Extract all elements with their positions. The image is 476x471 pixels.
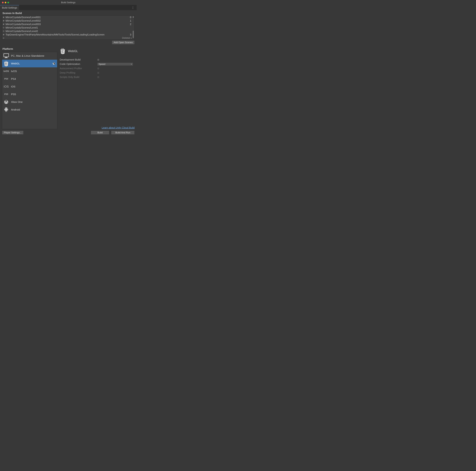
platform-item-standalone[interactable]: PC, Mac & Linux Standalone	[2, 52, 57, 60]
chevron-down-icon	[131, 36, 132, 39]
platform-settings-panel: HTML WebGL Development Build Code Optimi…	[60, 47, 135, 129]
svg-point-8	[5, 108, 6, 108]
setting-label: Deep Profiling	[60, 71, 97, 74]
scene-row[interactable]	[2, 36, 132, 39]
svg-rect-10	[5, 109, 7, 111]
code-optimization-dropdown[interactable]: Speed ▾	[97, 63, 133, 66]
kebab-menu-icon	[132, 6, 134, 9]
html5-icon: HTML	[3, 61, 9, 66]
scenes-in-build-list[interactable]: MirrorCrystals/Scenes/Level001 0 MirrorC…	[2, 15, 135, 40]
development-build-checkbox[interactable]	[97, 59, 100, 61]
platform-column: Platform PC, Mac & Linux Standalone HTML…	[2, 47, 57, 129]
scene-row[interactable]: MirrorCrystals/Scenes/Level001 0	[2, 16, 132, 19]
scenes-scrollbar[interactable]: ▴	[132, 16, 134, 37]
scene-enabled-checkbox[interactable]	[3, 34, 5, 36]
deleted-scene-entry[interactable]: Deleted	[122, 36, 132, 39]
dropdown-value: Speed	[99, 63, 105, 66]
setting-label: Scripts Only Build	[60, 76, 97, 78]
scene-row[interactable]: MirrorCrystals/Scenes/Level1	[2, 26, 132, 29]
platform-label: tvOS	[11, 70, 17, 73]
build-settings-window: Build Settings Build Settings Scenes In …	[0, 0, 136, 136]
scene-enabled-checkbox[interactable]	[3, 27, 5, 29]
deep-profiling-checkbox	[97, 72, 100, 74]
setting-row-development-build: Development Build	[60, 57, 135, 62]
platform-item-ps5[interactable]: PS5 PS5	[2, 91, 57, 98]
svg-text:HTML: HTML	[5, 61, 8, 62]
add-scenes-row: Add Open Scenes	[2, 40, 135, 44]
ps4-text-icon: PS4	[3, 76, 9, 82]
svg-text:HTML: HTML	[61, 48, 64, 49]
build-and-run-button[interactable]: Build And Run	[111, 131, 135, 135]
scene-path: MirrorCrystals/Scenes/Level2	[6, 30, 128, 33]
build-button[interactable]: Build	[91, 131, 109, 135]
scene-row[interactable]: TopDownEngine/ThirdParty/MoreMountains/M…	[2, 33, 132, 36]
svg-rect-2	[5, 57, 8, 58]
tab-context-menu-button[interactable]	[132, 5, 136, 10]
autoconnect-profiler-checkbox	[97, 67, 100, 70]
platform-label: PS4	[11, 77, 16, 80]
ps5-text-icon: PS5	[3, 91, 9, 97]
window-titlebar: Build Settings	[0, 0, 136, 5]
platform-item-ios[interactable]: iOS iOS	[2, 83, 57, 91]
scene-index: 0	[128, 16, 132, 19]
player-settings-button[interactable]: Player Settings...	[2, 131, 24, 135]
svg-rect-11	[4, 109, 5, 110]
tab-build-settings[interactable]: Build Settings	[0, 5, 19, 10]
scene-row[interactable]: MirrorCrystals/Scenes/Level002 1	[2, 19, 132, 22]
scene-path: MirrorCrystals/Scenes/Level1	[6, 26, 128, 29]
svg-rect-14	[6, 111, 7, 112]
scene-enabled-checkbox[interactable]	[3, 23, 5, 25]
window-title: Build Settings	[0, 1, 136, 4]
settings-footer: Learn about Unity Cloud Build	[60, 126, 135, 129]
platform-label: WebGL	[11, 62, 20, 65]
platform-label: Android	[11, 108, 20, 111]
android-icon	[3, 107, 9, 112]
scene-path: TopDownEngine/ThirdParty/MoreMountains/M…	[6, 33, 128, 36]
scene-enabled-checkbox[interactable]	[3, 30, 5, 32]
svg-rect-0	[4, 54, 9, 57]
current-platform-indicator-icon	[52, 62, 55, 65]
scene-enabled-checkbox[interactable]	[3, 20, 5, 22]
scene-path: MirrorCrystals/Scenes/Level002	[6, 19, 128, 22]
scene-path: MirrorCrystals/Scenes/Level001	[6, 16, 128, 19]
platform-label: Xbox One	[11, 100, 23, 104]
settings-header: HTML WebGL	[60, 48, 135, 54]
svg-point-9	[7, 108, 7, 108]
setting-label: Code Optimization	[60, 63, 97, 66]
monitor-icon	[3, 53, 9, 59]
scene-row[interactable]: MirrorCrystals/Scenes/Level2	[2, 29, 132, 33]
scene-row[interactable]: MirrorCrystals/Scenes/Level003 2	[2, 22, 132, 26]
deleted-label: Deleted	[122, 36, 130, 39]
add-open-scenes-button[interactable]: Add Open Scenes	[112, 40, 135, 44]
bottom-button-bar: Player Settings... Build Build And Run	[2, 131, 135, 135]
tab-bar: Build Settings	[0, 5, 136, 10]
unity-cloud-build-link[interactable]: Learn about Unity Cloud Build	[102, 126, 135, 129]
scene-enabled-checkbox[interactable]	[3, 16, 5, 18]
platform-label: iOS	[11, 85, 15, 88]
setting-label: Development Build	[60, 58, 97, 61]
scene-index: 3	[128, 33, 132, 36]
platform-item-android[interactable]: Android	[2, 106, 57, 113]
xbox-icon	[3, 99, 9, 105]
setting-row-scripts-only-build: Scripts Only Build	[60, 75, 135, 79]
setting-row-code-optimization: Code Optimization Speed ▾	[60, 62, 135, 66]
platform-item-tvos[interactable]: tvOS tvOS	[2, 67, 57, 75]
svg-rect-12	[8, 109, 8, 110]
platform-item-xbox-one[interactable]: Xbox One	[2, 98, 57, 106]
platform-item-webgl[interactable]: HTML WebGL	[2, 60, 57, 67]
platform-list: PC, Mac & Linux Standalone HTML WebGL tv…	[2, 52, 57, 129]
scenes-scroll-viewport: MirrorCrystals/Scenes/Level001 0 MirrorC…	[2, 16, 132, 39]
scene-enabled-checkbox[interactable]	[3, 37, 5, 39]
scenes-heading: Scenes In Build	[2, 12, 135, 15]
svg-rect-1	[5, 57, 7, 57]
platform-item-ps4[interactable]: PS4 PS4	[2, 75, 57, 83]
scene-path: MirrorCrystals/Scenes/Level003	[6, 23, 128, 26]
setting-row-autoconnect-profiler: Autoconnect Profiler	[60, 66, 135, 71]
platform-label: PS5	[11, 93, 16, 96]
scene-index: 2	[128, 23, 132, 26]
scripts-only-build-checkbox	[97, 76, 100, 78]
scrollbar-thumb[interactable]	[133, 31, 134, 38]
chevron-down-icon: ▾	[131, 63, 132, 65]
content-area: Scenes In Build MirrorCrystals/Scenes/Le…	[0, 10, 136, 136]
setting-row-deep-profiling: Deep Profiling	[60, 71, 135, 75]
